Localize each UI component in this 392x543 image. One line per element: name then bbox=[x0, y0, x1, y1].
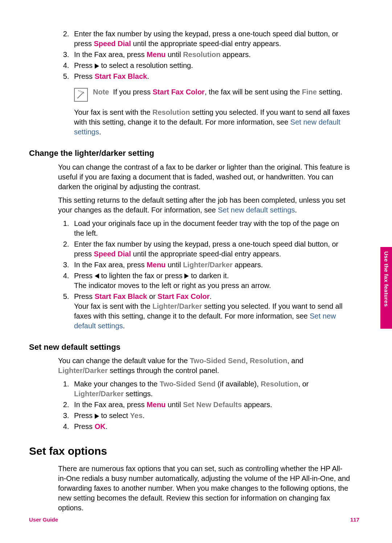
menu-label: Menu bbox=[147, 401, 166, 409]
text: Your fax is sent with the bbox=[74, 108, 152, 116]
text: to select bbox=[99, 412, 130, 420]
text: Press bbox=[74, 61, 95, 69]
footer: User Guide 117 bbox=[29, 516, 359, 523]
set-new-defaults-link[interactable]: Set new default settings bbox=[218, 206, 295, 214]
text: . bbox=[123, 322, 125, 330]
speed-dial-label: Speed Dial bbox=[94, 250, 131, 258]
note-text: Note If you press Start Fax Color, the f… bbox=[93, 87, 350, 97]
step-2: Enter the fax number by using the keypad… bbox=[71, 239, 350, 259]
resolution-label: Resolution bbox=[250, 357, 287, 365]
defaults-p1: You can change the default value for the… bbox=[58, 356, 350, 376]
arrow-right-icon bbox=[95, 414, 99, 419]
step-2: In the Fax area, press Menu until Set Ne… bbox=[71, 400, 350, 410]
note-block: Note If you press Start Fax Color, the f… bbox=[74, 87, 350, 102]
text: . bbox=[99, 128, 101, 136]
text: Press bbox=[74, 412, 95, 420]
text: to lighten the fax or press bbox=[99, 272, 185, 280]
start-fax-color-label: Start Fax Color bbox=[158, 292, 209, 300]
text: appears. bbox=[242, 401, 272, 409]
text: (if available), bbox=[216, 380, 261, 388]
text: In the Fax area, press bbox=[74, 261, 147, 269]
text: until bbox=[166, 401, 183, 409]
text: to darken it. bbox=[189, 272, 229, 280]
note-icon bbox=[74, 88, 88, 102]
arrow-left-icon bbox=[95, 273, 99, 279]
step-5: Press Start Fax Black. Note If you press… bbox=[71, 72, 350, 137]
text: . bbox=[143, 412, 145, 420]
start-fax-black-label: Start Fax Black bbox=[95, 292, 147, 300]
text: In the Fax area, press bbox=[74, 50, 147, 58]
text: Press bbox=[74, 292, 95, 300]
step-2: Enter the fax number by using the keypad… bbox=[71, 29, 350, 49]
text: , the fax will be sent using the bbox=[205, 88, 302, 96]
text: Your fax is sent with the bbox=[74, 302, 152, 310]
heading-lighter-darker: Change the lighter/darker setting bbox=[29, 148, 350, 159]
text: The indicator moves to the left or right… bbox=[74, 281, 271, 289]
text: If you press bbox=[113, 88, 153, 96]
step-4: Press OK. bbox=[71, 422, 350, 431]
lighter-darker-label: Lighter/Darker bbox=[152, 302, 202, 310]
lighter-p2: This setting returns to the default sett… bbox=[58, 195, 350, 215]
text: This setting returns to the default sett… bbox=[58, 196, 346, 214]
lighter-p1: You can change the contrast of a fax to … bbox=[58, 162, 350, 192]
step-1: Load your originals face up in the docum… bbox=[71, 219, 350, 238]
step-4: Press to lighten the fax or press to dar… bbox=[71, 271, 350, 291]
side-tab: Use the fax features bbox=[380, 247, 392, 329]
defaults-steps: Make your changes to the Two-Sided Send … bbox=[60, 379, 350, 431]
text: You can change the default value for the bbox=[58, 357, 190, 365]
lighter-darker-label: Lighter/Darker bbox=[183, 261, 233, 269]
text: until bbox=[166, 261, 183, 269]
text: . bbox=[147, 72, 149, 80]
heading-set-fax-options: Set fax options bbox=[29, 444, 350, 459]
lighter-steps: Load your originals face up in the docum… bbox=[60, 219, 350, 331]
yes-label: Yes bbox=[130, 412, 142, 420]
arrow-right-icon bbox=[184, 273, 189, 279]
text: . bbox=[209, 292, 212, 300]
resolution-label: Resolution bbox=[183, 50, 220, 58]
step-5: Press Start Fax Black or Start Fax Color… bbox=[71, 292, 350, 331]
fine-label: Fine bbox=[302, 88, 317, 96]
step-4: Press to select a resolution setting. bbox=[71, 61, 350, 70]
footer-page-number: 117 bbox=[350, 516, 359, 523]
text: or bbox=[147, 292, 158, 300]
text: , bbox=[246, 357, 250, 365]
step-3: In the Fax area, press Menu until Lighte… bbox=[71, 260, 350, 270]
two-sided-label: Two-Sided Send bbox=[190, 357, 246, 365]
text: Press bbox=[74, 272, 95, 280]
text: settings through the control panel. bbox=[108, 366, 219, 374]
arrow-right-icon bbox=[95, 64, 99, 69]
text: In the Fax area, press bbox=[74, 401, 147, 409]
start-fax-black-label: Start Fax Black bbox=[95, 72, 147, 80]
speed-dial-label: Speed Dial bbox=[94, 40, 131, 48]
lighter-darker-label: Lighter/Darker bbox=[58, 366, 108, 374]
text: Press bbox=[74, 72, 95, 80]
text: , or bbox=[298, 380, 309, 388]
text: . bbox=[106, 422, 108, 430]
ok-label: OK bbox=[95, 422, 106, 430]
resolution-label: Resolution bbox=[261, 380, 298, 388]
lighter-darker-label: Lighter/Darker bbox=[74, 390, 124, 398]
text: Press bbox=[74, 422, 95, 430]
step-1: Make your changes to the Two-Sided Send … bbox=[71, 379, 350, 399]
menu-label: Menu bbox=[147, 50, 166, 58]
step-3: In the Fax area, press Menu until Resolu… bbox=[71, 50, 350, 60]
text: appears. bbox=[220, 50, 250, 58]
text: . bbox=[295, 206, 297, 214]
text: Make your changes to the bbox=[74, 380, 160, 388]
start-fax-color-label: Start Fax Color bbox=[153, 88, 205, 96]
text: until bbox=[166, 50, 183, 58]
text: to select a resolution setting. bbox=[99, 61, 193, 69]
resolution-steps: Enter the fax number by using the keypad… bbox=[60, 29, 350, 137]
set-new-defaults-label: Set New Defaults bbox=[183, 401, 242, 409]
two-sided-label: Two-Sided Send bbox=[160, 380, 216, 388]
text: until the appropriate speed-dial entry a… bbox=[131, 250, 281, 258]
text: appears. bbox=[233, 261, 263, 269]
followup-text: Your fax is sent with the Resolution set… bbox=[74, 108, 350, 137]
text: setting. bbox=[317, 88, 342, 96]
text: settings. bbox=[124, 390, 153, 398]
options-p1: There are numerous fax options that you … bbox=[58, 464, 350, 513]
footer-left: User Guide bbox=[29, 516, 58, 523]
resolution-label: Resolution bbox=[152, 108, 190, 116]
step-3: Press to select Yes. bbox=[71, 411, 350, 421]
heading-set-defaults: Set new default settings bbox=[29, 342, 350, 353]
